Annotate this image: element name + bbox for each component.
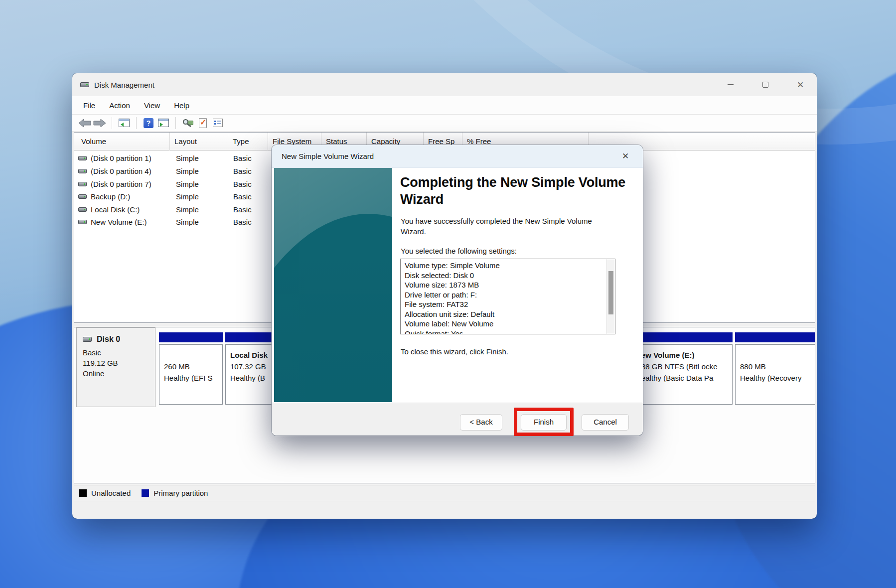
- disk-status: Online: [83, 368, 155, 379]
- close-icon: ✕: [622, 151, 629, 161]
- volume-name: (Disk 0 partition 7): [91, 180, 151, 188]
- unallocated-swatch: [79, 489, 87, 497]
- scrollbar-thumb[interactable]: [608, 271, 613, 314]
- legend-unallocated-label: Unallocated: [91, 489, 131, 497]
- back-button[interactable]: [77, 116, 92, 130]
- settings-list-button[interactable]: [210, 116, 225, 130]
- menu-view[interactable]: View: [137, 98, 167, 113]
- volume-layout: Simple: [170, 154, 229, 162]
- cancel-button[interactable]: Cancel: [582, 414, 629, 431]
- wizard-close-button[interactable]: ✕: [618, 149, 633, 164]
- volume-name: Backup (D:): [91, 192, 130, 201]
- setting-line: Allocation unit size: Default: [405, 309, 603, 319]
- wizard-heading: Completing the New Simple Volume Wizard: [400, 174, 637, 208]
- setting-line: Volume size: 1873 MB: [405, 280, 603, 290]
- toolbar-separator: [112, 117, 112, 129]
- table-row[interactable]: (Disk 0 partition 7) Simple Basic: [75, 177, 269, 190]
- wizard-content: Completing the New Simple Volume Wizard …: [392, 168, 643, 403]
- volume-layout: Simple: [170, 218, 229, 226]
- menu-action[interactable]: Action: [102, 98, 137, 113]
- volume-icon: [78, 156, 87, 160]
- volume-type: Basic: [229, 218, 269, 226]
- table-row[interactable]: (Disk 0 partition 1) Simple Basic: [75, 151, 269, 164]
- settings-listbox[interactable]: Volume type: Simple Volume Disk selected…: [400, 259, 615, 334]
- volume-type: Basic: [229, 192, 269, 201]
- forward-button[interactable]: [92, 116, 107, 130]
- partition-status: Healthy (EFI S: [164, 372, 222, 384]
- column-header-volume[interactable]: Volume: [74, 133, 170, 150]
- properties-button[interactable]: [180, 116, 195, 130]
- volume-name: Local Disk (C:): [91, 205, 140, 214]
- wizard-footer: < Back Finish Cancel: [272, 403, 643, 436]
- primary-partition-strip: [735, 332, 815, 342]
- table-row[interactable]: Backup (D:) Simple Basic: [75, 190, 269, 203]
- partition-size: 260 MB: [164, 361, 222, 372]
- wizard-body: Completing the New Simple Volume Wizard …: [272, 168, 643, 403]
- listbox-scrollbar[interactable]: [606, 259, 615, 334]
- wizard-watermark-panel: [274, 168, 392, 402]
- window-title: Disk Management: [94, 81, 154, 89]
- help-icon: ?: [144, 118, 153, 128]
- wizard-title: New Simple Volume Wizard: [282, 152, 374, 160]
- desktop: Disk Management ✕ File Action View Help …: [0, 0, 896, 588]
- back-arrow-icon: [78, 119, 91, 128]
- table-row[interactable]: New Volume (E:) Simple Basic: [75, 215, 269, 228]
- volume-layout: Simple: [170, 180, 229, 188]
- volume-icon: [78, 207, 87, 212]
- check-disk-button[interactable]: ✓: [195, 116, 210, 130]
- volume-name: (Disk 0 partition 4): [91, 167, 151, 175]
- disk-size: 119.12 GB: [83, 358, 155, 368]
- action-pane-icon: [158, 119, 169, 127]
- wizard-dialog: New Simple Volume Wizard ✕ Completing th…: [272, 145, 643, 436]
- maximize-button[interactable]: [754, 75, 777, 95]
- disk-kind: Basic: [83, 347, 155, 358]
- back-button[interactable]: < Back: [460, 414, 502, 431]
- volume-layout: Simple: [170, 167, 229, 175]
- volume-type: Basic: [229, 167, 269, 175]
- setting-line: File system: FAT32: [405, 299, 603, 309]
- disk0-info-block[interactable]: Disk 0 Basic 119.12 GB Online: [76, 327, 155, 407]
- properties-list-icon: [213, 119, 223, 127]
- primary-partition-swatch: [142, 489, 149, 497]
- minimize-icon: [728, 84, 734, 85]
- partition-size: 88 GB NTFS (BitLocke: [641, 361, 732, 372]
- partition-block[interactable]: 260 MB Healthy (EFI S: [159, 327, 223, 407]
- finish-highlight-annotation: [514, 408, 574, 436]
- volume-icon: [78, 169, 87, 173]
- minimize-button[interactable]: [719, 75, 742, 95]
- partition-block[interactable]: 880 MB Healthy (Recovery: [735, 327, 815, 407]
- maximize-icon: [762, 82, 768, 88]
- show-console-tree-button[interactable]: [117, 116, 132, 130]
- forward-arrow-icon: [93, 119, 106, 128]
- menu-help[interactable]: Help: [167, 98, 196, 113]
- volume-layout: Simple: [170, 192, 229, 201]
- setting-line: Volume type: Simple Volume: [405, 261, 603, 271]
- volume-layout: Simple: [170, 205, 229, 214]
- legend-primary-partition-label: Primary partition: [153, 489, 208, 497]
- magnifier-icon: [182, 119, 193, 128]
- console-tree-icon: [119, 119, 130, 127]
- help-button[interactable]: ?: [141, 116, 156, 130]
- setting-line: Disk selected: Disk 0: [405, 271, 603, 281]
- partition-size: 880 MB: [740, 361, 815, 372]
- column-header-type[interactable]: Type: [228, 133, 268, 150]
- volume-icon: [78, 182, 87, 186]
- wizard-settings-label: You selected the following settings:: [401, 247, 517, 255]
- check-document-icon: ✓: [199, 118, 207, 128]
- table-row[interactable]: (Disk 0 partition 4) Simple Basic: [75, 164, 269, 177]
- show-action-pane-button[interactable]: [156, 116, 171, 130]
- volume-type: Basic: [229, 205, 269, 214]
- close-button[interactable]: ✕: [789, 75, 812, 95]
- window-controls: ✕: [707, 73, 812, 96]
- volume-name: New Volume (E:): [91, 218, 147, 226]
- column-header-layout[interactable]: Layout: [170, 133, 228, 150]
- wizard-title-bar: New Simple Volume Wizard ✕: [272, 145, 643, 168]
- toolbar-separator: [136, 117, 137, 129]
- disk-name: Disk 0: [97, 334, 120, 344]
- wizard-intro-text: You have successfully completed the New …: [401, 216, 610, 237]
- volume-name: (Disk 0 partition 1): [91, 154, 151, 162]
- table-row[interactable]: Local Disk (C:) Simple Basic: [75, 203, 269, 216]
- setting-line: Quick format: Yes: [405, 329, 603, 335]
- menu-file[interactable]: File: [76, 98, 102, 113]
- partition-block[interactable]: ew Volume (E:) 88 GB NTFS (BitLocke ealt…: [640, 327, 733, 407]
